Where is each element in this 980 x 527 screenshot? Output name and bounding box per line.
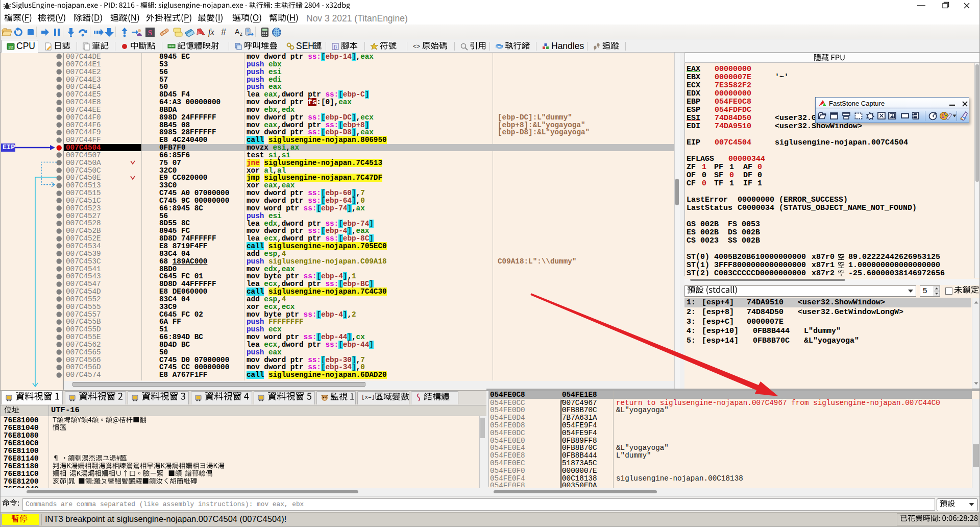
svg-text:{}: {} bbox=[334, 44, 337, 50]
svg-text:z: z bbox=[240, 31, 242, 37]
svg-text:#: # bbox=[221, 27, 226, 37]
svg-text:32: 32 bbox=[8, 45, 13, 50]
svg-text:<>: <> bbox=[413, 43, 420, 50]
svg-text:fx: fx bbox=[208, 28, 214, 37]
svg-text:S: S bbox=[148, 29, 152, 37]
svg-text:A: A bbox=[235, 28, 240, 36]
